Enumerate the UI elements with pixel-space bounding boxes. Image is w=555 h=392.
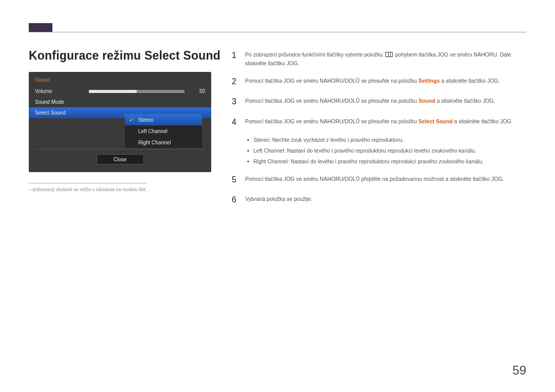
step-2: 2 Pomocí tlačítka JOG ve směru NAHORU/DO…: [232, 75, 526, 88]
submenu-right: Right Channel: [125, 137, 202, 148]
osd-row-volume: Volume 50: [29, 86, 211, 97]
osd-close-button[interactable]: Close: [97, 154, 144, 164]
highlight: Right Channel: [253, 158, 288, 164]
step-5: 5 Pomocí tlačítka JOG ve směru NAHORU/DO…: [232, 173, 526, 186]
accent-block: [29, 23, 52, 32]
step-3: 3 Pomocí tlačítka JOG ve směru NAHORU/DO…: [232, 95, 526, 108]
step-num: 1: [232, 49, 245, 68]
list-item: Right Channel: Nastaví do levého i pravé…: [245, 157, 526, 166]
step-text: Po zobrazení průvodce funkčními tlačítky…: [245, 49, 526, 68]
volume-bar: [89, 90, 184, 93]
menu-icon: [385, 52, 393, 57]
highlight: Stereo: [253, 137, 269, 143]
footnote-rule: [29, 183, 147, 183]
step-1: 1 Po zobrazení průvodce funkčními tlačít…: [232, 49, 526, 68]
osd-title: Sound: [29, 72, 211, 86]
step-num: 6: [232, 193, 245, 207]
step-num: 5: [232, 173, 245, 186]
t: : Nastaví do levého i pravého reprodukto…: [288, 158, 484, 164]
t: a stiskněte tlačítko JOG.: [453, 118, 513, 124]
osd-separator: [35, 149, 205, 150]
highlight: Left Channel: [253, 147, 284, 154]
volume-label: Volume: [35, 88, 89, 94]
osd-submenu: Stereo Left Channel Right Channel: [125, 114, 202, 148]
t: Pomocí tlačítka JOG ve směru NAHORU/DOLŮ…: [245, 78, 418, 84]
page-number: 59: [512, 363, 526, 378]
page: Konfigurace režimu Select Sound Sound Vo…: [0, 0, 555, 392]
submenu-left: Left Channel: [125, 125, 202, 137]
footnote: Zobrazený obrázek se může v závislosti n…: [29, 187, 147, 192]
step-num: 4: [232, 116, 245, 129]
t: Po zobrazení průvodce funkčními tlačítky…: [245, 51, 384, 58]
step-text: Pomocí tlačítka JOG ve směru NAHORU/DOLŮ…: [245, 75, 499, 88]
t: : Nastaví do levého i pravého reprodukto…: [284, 147, 476, 154]
sound-mode-label: Sound Mode: [35, 99, 89, 105]
step-num: 3: [232, 95, 245, 108]
highlight: Select Sound: [418, 118, 453, 124]
step-num: 2: [232, 75, 245, 88]
header-rule: [29, 32, 526, 32]
steps-column: 1 Po zobrazení průvodce funkčními tlačít…: [232, 49, 526, 214]
step-4: 4 Pomocí tlačítka JOG ve směru NAHORU/DO…: [232, 116, 526, 129]
t: a stiskněte tlačítko JOG.: [440, 78, 500, 84]
volume-value: 50: [184, 88, 205, 94]
t: Pomocí tlačítka JOG ve směru NAHORU/DOLŮ…: [245, 118, 418, 124]
option-bullets: Stereo: Nechte zvuk vycházet z levého i …: [245, 136, 526, 165]
highlight: Settings: [418, 78, 439, 84]
select-sound-label: Select Sound: [35, 110, 89, 116]
list-item: Stereo: Nechte zvuk vycházet z levého i …: [245, 136, 526, 144]
list-item: Left Channel: Nastaví do levého i pravéh…: [245, 146, 526, 155]
t: : Nechte zvuk vycházet z levého i pravéh…: [269, 137, 403, 143]
step-text: Pomocí tlačítka JOG ve směru NAHORU/DOLŮ…: [245, 116, 513, 129]
osd-row-sound-mode: Sound Mode: [29, 97, 211, 107]
step-text: Vybraná položka se použije.: [245, 193, 312, 207]
osd-panel: Sound Volume 50 Sound Mode Select Sound …: [29, 72, 211, 172]
submenu-stereo: Stereo: [125, 114, 202, 125]
t: Pomocí tlačítka JOG ve směru NAHORU/DOLŮ…: [245, 98, 418, 104]
step-text: Pomocí tlačítka JOG ve směru NAHORU/DOLŮ…: [245, 95, 495, 108]
highlight: Sound: [418, 98, 435, 104]
page-title: Konfigurace režimu Select Sound: [29, 49, 220, 63]
step-6: 6 Vybraná položka se použije.: [232, 193, 526, 207]
t: a stiskněte tlačítko JOG.: [435, 98, 495, 104]
step-text: Pomocí tlačítka JOG ve směru NAHORU/DOLŮ…: [245, 173, 504, 186]
